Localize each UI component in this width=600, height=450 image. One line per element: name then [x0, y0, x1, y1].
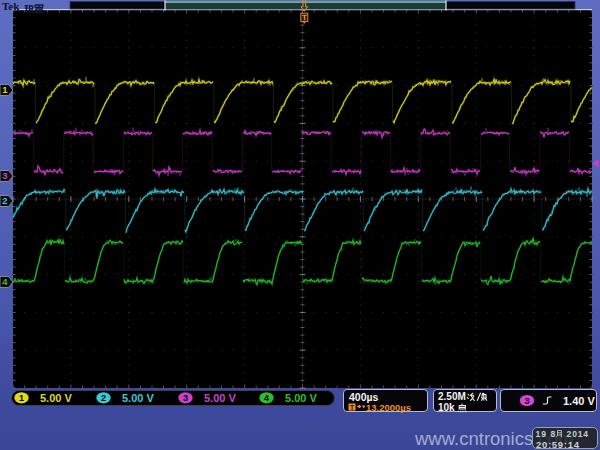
- svg-text:1.40 V: 1.40 V: [563, 395, 595, 407]
- svg-text:3: 3: [524, 396, 529, 406]
